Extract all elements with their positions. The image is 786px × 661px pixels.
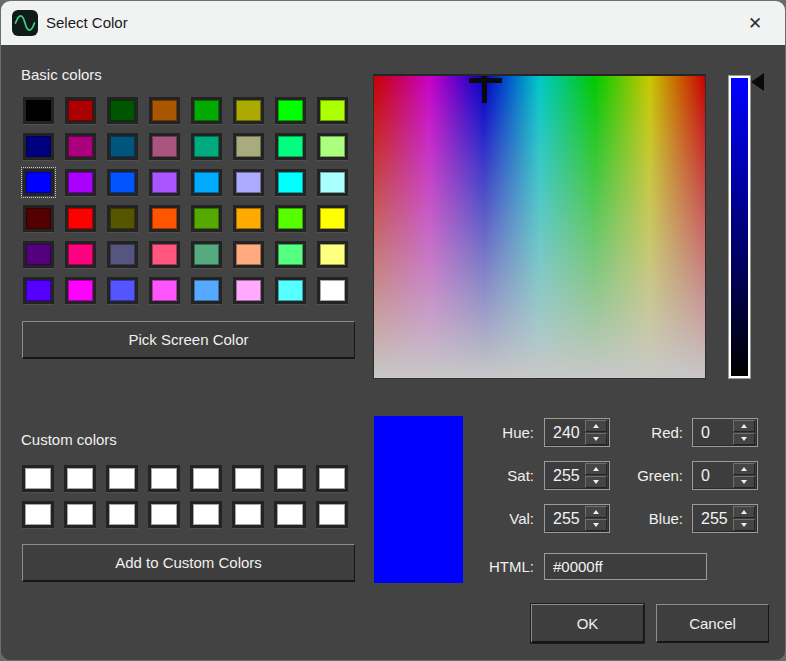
- saturation-gradient: [374, 76, 705, 378]
- basic-color-swatch-2[interactable]: [107, 97, 138, 124]
- basic-color-swatch-43[interactable]: [149, 277, 180, 304]
- basic-color-swatch-6[interactable]: [275, 97, 306, 124]
- basic-color-swatch-35[interactable]: [149, 241, 180, 268]
- basic-color-swatch-13[interactable]: [233, 133, 264, 160]
- hue-saturation-picker[interactable]: [373, 74, 706, 379]
- basic-color-swatch-20[interactable]: [191, 169, 222, 196]
- down-arrow-icon: [741, 480, 747, 484]
- custom-color-swatch-3[interactable]: [148, 465, 180, 492]
- custom-color-swatch-7[interactable]: [316, 465, 348, 492]
- blue-spinbox[interactable]: 255: [692, 504, 758, 533]
- custom-color-swatch-15[interactable]: [316, 501, 348, 528]
- blue-value[interactable]: 255: [693, 510, 731, 528]
- value-gradient: [731, 78, 748, 376]
- basic-color-swatch-44[interactable]: [191, 277, 222, 304]
- basic-color-swatch-24[interactable]: [23, 205, 54, 232]
- red-value[interactable]: 0: [693, 424, 731, 442]
- custom-color-swatch-13[interactable]: [232, 501, 264, 528]
- custom-color-swatch-0[interactable]: [22, 465, 54, 492]
- basic-color-swatch-9[interactable]: [65, 133, 96, 160]
- custom-color-swatch-5[interactable]: [232, 465, 264, 492]
- basic-color-swatch-31[interactable]: [317, 205, 348, 232]
- basic-color-swatch-37[interactable]: [233, 241, 264, 268]
- basic-color-swatch-10[interactable]: [107, 133, 138, 160]
- red-spinbox[interactable]: 0: [692, 418, 758, 447]
- basic-color-swatch-11[interactable]: [149, 133, 180, 160]
- down-arrow-icon: [741, 437, 747, 441]
- basic-color-swatch-14[interactable]: [275, 133, 306, 160]
- green-label: Green:: [573, 461, 683, 490]
- pick-screen-color-button[interactable]: Pick Screen Color: [22, 321, 355, 359]
- basic-color-swatch-19[interactable]: [149, 169, 180, 196]
- basic-color-swatch-25[interactable]: [65, 205, 96, 232]
- basic-color-swatch-41[interactable]: [65, 277, 96, 304]
- green-spin-down-button[interactable]: [733, 476, 755, 488]
- blue-spin-down-button[interactable]: [733, 519, 755, 531]
- red-spin-down-button[interactable]: [733, 433, 755, 445]
- basic-color-swatch-5[interactable]: [233, 97, 264, 124]
- basic-color-swatch-17[interactable]: [65, 169, 96, 196]
- down-arrow-icon: [741, 523, 747, 527]
- custom-colors-label: Custom colors: [21, 431, 117, 448]
- basic-color-swatch-4[interactable]: [191, 97, 222, 124]
- basic-color-swatch-21[interactable]: [233, 169, 264, 196]
- basic-color-swatch-46[interactable]: [275, 277, 306, 304]
- blue-spin-up-button[interactable]: [733, 506, 755, 518]
- basic-color-swatch-26[interactable]: [107, 205, 138, 232]
- app-icon: [12, 10, 38, 36]
- cancel-button[interactable]: Cancel: [656, 604, 769, 643]
- basic-color-swatch-30[interactable]: [275, 205, 306, 232]
- close-icon[interactable]: ✕: [733, 1, 777, 45]
- basic-color-swatch-8[interactable]: [23, 133, 54, 160]
- green-value[interactable]: 0: [693, 467, 731, 485]
- basic-color-swatch-0[interactable]: [23, 97, 54, 124]
- basic-color-swatch-15[interactable]: [317, 133, 348, 160]
- custom-color-swatch-12[interactable]: [190, 501, 222, 528]
- add-to-custom-colors-button[interactable]: Add to Custom Colors: [22, 544, 355, 582]
- basic-color-swatch-12[interactable]: [191, 133, 222, 160]
- custom-color-swatch-10[interactable]: [106, 501, 138, 528]
- basic-color-swatch-32[interactable]: [23, 241, 54, 268]
- custom-color-swatch-4[interactable]: [190, 465, 222, 492]
- value-slider[interactable]: [728, 75, 751, 379]
- basic-color-swatch-45[interactable]: [233, 277, 264, 304]
- basic-color-swatch-47[interactable]: [317, 277, 348, 304]
- basic-color-swatch-28[interactable]: [191, 205, 222, 232]
- custom-color-swatch-9[interactable]: [64, 501, 96, 528]
- green-spin-up-button[interactable]: [733, 463, 755, 475]
- basic-color-swatch-34[interactable]: [107, 241, 138, 268]
- custom-color-swatch-6[interactable]: [274, 465, 306, 492]
- basic-color-swatch-22[interactable]: [275, 169, 306, 196]
- basic-color-swatch-27[interactable]: [149, 205, 180, 232]
- basic-color-swatch-18[interactable]: [107, 169, 138, 196]
- up-arrow-icon: [741, 510, 747, 514]
- basic-color-swatch-16[interactable]: [23, 169, 54, 196]
- html-label: HTML:: [424, 553, 534, 580]
- custom-color-swatch-1[interactable]: [64, 465, 96, 492]
- basic-color-swatch-29[interactable]: [233, 205, 264, 232]
- basic-color-swatch-40[interactable]: [23, 277, 54, 304]
- basic-color-swatch-7[interactable]: [317, 97, 348, 124]
- basic-color-swatch-36[interactable]: [191, 241, 222, 268]
- html-input[interactable]: #0000ff: [544, 553, 707, 580]
- ok-button[interactable]: OK: [531, 604, 644, 643]
- basic-color-swatch-3[interactable]: [149, 97, 180, 124]
- value-slider-arrow-icon[interactable]: [751, 73, 764, 91]
- custom-color-swatch-8[interactable]: [22, 501, 54, 528]
- basic-colors-label: Basic colors: [21, 66, 102, 83]
- custom-colors-grid: [22, 465, 348, 528]
- custom-color-swatch-2[interactable]: [106, 465, 138, 492]
- basic-color-swatch-42[interactable]: [107, 277, 138, 304]
- custom-color-swatch-11[interactable]: [148, 501, 180, 528]
- custom-color-swatch-14[interactable]: [274, 501, 306, 528]
- up-arrow-icon: [741, 424, 747, 428]
- basic-color-swatch-1[interactable]: [65, 97, 96, 124]
- basic-color-swatch-33[interactable]: [65, 241, 96, 268]
- basic-color-swatch-39[interactable]: [317, 241, 348, 268]
- blue-label: Blue:: [573, 504, 683, 533]
- titlebar[interactable]: Select Color ✕: [1, 1, 785, 45]
- green-spinbox[interactable]: 0: [692, 461, 758, 490]
- red-spin-up-button[interactable]: [733, 420, 755, 432]
- basic-color-swatch-38[interactable]: [275, 241, 306, 268]
- basic-color-swatch-23[interactable]: [317, 169, 348, 196]
